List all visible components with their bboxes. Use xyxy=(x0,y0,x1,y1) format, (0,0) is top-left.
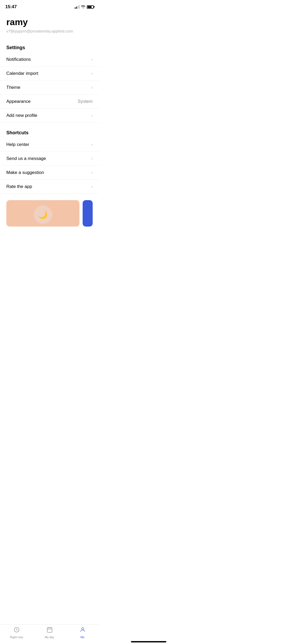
make-suggestion-label: Make a suggestion xyxy=(6,170,44,175)
chevron-icon: › xyxy=(91,85,93,90)
banner-card-blue xyxy=(83,200,93,227)
banner-section: 🌙 xyxy=(0,196,99,227)
chevron-icon: › xyxy=(91,184,93,189)
notifications-item[interactable]: Notifications › xyxy=(0,53,99,67)
notifications-label: Notifications xyxy=(6,57,31,62)
status-time: 15:47 xyxy=(5,4,17,10)
moon-circle: 🌙 xyxy=(34,205,52,224)
wifi-icon xyxy=(81,5,85,9)
shortcuts-section: Shortcuts Help center › Send us a messag… xyxy=(0,125,99,194)
help-center-label: Help center xyxy=(6,142,29,147)
add-new-profile-label: Add new profile xyxy=(6,113,37,118)
chevron-icon: › xyxy=(91,71,93,76)
rate-app-label: Rate the app xyxy=(6,184,32,189)
chevron-icon: › xyxy=(91,170,93,175)
shortcuts-header: Shortcuts xyxy=(0,125,99,138)
profile-email: v7fj6yppym@privaterelay.appleid.com xyxy=(6,29,93,33)
chevron-icon: › xyxy=(91,142,93,147)
appearance-value: System xyxy=(78,99,93,104)
status-bar: 15:47 xyxy=(0,0,99,12)
make-suggestion-right: › xyxy=(91,170,93,175)
add-new-profile-right: › xyxy=(91,113,93,118)
notifications-right: › xyxy=(91,57,93,62)
signal-icon xyxy=(75,5,79,9)
calendar-import-item[interactable]: Calendar import › xyxy=(0,67,99,81)
banner-container: 🌙 xyxy=(6,200,93,227)
battery-icon xyxy=(87,5,94,9)
banner-card-pink: 🌙 xyxy=(6,200,79,227)
calendar-import-label: Calendar import xyxy=(6,71,38,76)
send-message-item[interactable]: Send us a message › xyxy=(0,152,99,166)
profile-name: ramy xyxy=(6,17,93,27)
settings-section: Settings Notifications › Calendar import… xyxy=(0,40,99,123)
rate-app-right: › xyxy=(91,184,93,189)
chevron-icon: › xyxy=(91,113,93,118)
appearance-label: Appearance xyxy=(6,99,31,104)
calendar-import-right: › xyxy=(91,71,93,76)
rate-app-item[interactable]: Rate the app › xyxy=(0,180,99,194)
send-message-right: › xyxy=(91,156,93,161)
appearance-item[interactable]: Appearance System xyxy=(0,95,99,109)
add-new-profile-item[interactable]: Add new profile › xyxy=(0,109,99,123)
settings-header: Settings xyxy=(0,40,99,53)
chevron-icon: › xyxy=(91,156,93,161)
theme-item[interactable]: Theme › xyxy=(0,81,99,95)
moon-icon: 🌙 xyxy=(38,210,48,219)
status-icons xyxy=(75,5,94,9)
main-content: ramy v7fj6yppym@privaterelay.appleid.com… xyxy=(0,12,99,253)
theme-label: Theme xyxy=(6,85,20,90)
profile-section: ramy v7fj6yppym@privaterelay.appleid.com xyxy=(0,12,99,40)
make-suggestion-item[interactable]: Make a suggestion › xyxy=(0,166,99,180)
chevron-icon: › xyxy=(91,57,93,62)
theme-right: › xyxy=(91,85,93,90)
send-message-label: Send us a message xyxy=(6,156,46,161)
appearance-right: System xyxy=(78,99,93,104)
help-center-item[interactable]: Help center › xyxy=(0,138,99,152)
help-center-right: › xyxy=(91,142,93,147)
